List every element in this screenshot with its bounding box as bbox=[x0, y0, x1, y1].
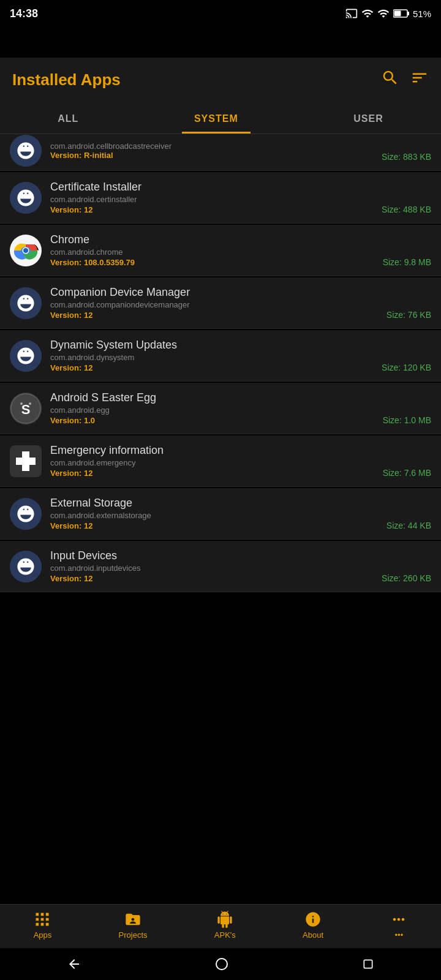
search-button[interactable] bbox=[381, 69, 399, 91]
app-version-companion-device-manager: Version: 12 bbox=[50, 311, 386, 320]
nav-label-apps: Apps bbox=[34, 930, 52, 940]
svg-rect-19 bbox=[16, 458, 36, 465]
list-item-input-devices[interactable]: Input Devices com.android.inputdevices V… bbox=[0, 541, 441, 592]
top-spacer bbox=[0, 27, 441, 58]
home-button[interactable] bbox=[214, 957, 229, 971]
nav-item-projects[interactable]: Projects bbox=[119, 911, 148, 940]
app-size-external-storage: Size: 44 KB bbox=[386, 521, 431, 530]
signal-icon-2 bbox=[377, 7, 390, 20]
app-name-companion-device-manager: Companion Device Manager bbox=[50, 286, 386, 299]
app-icon-emergency-information bbox=[10, 445, 42, 477]
app-size-emergency-information: Size: 7.6 MB bbox=[383, 468, 431, 478]
svg-text:S: S bbox=[21, 402, 31, 417]
app-size-input-devices: Size: 260 KB bbox=[382, 573, 431, 583]
app-package-chrome: com.android.chrome bbox=[50, 247, 383, 257]
nav-label-apks: APK's bbox=[214, 930, 236, 940]
header-icons bbox=[381, 69, 429, 91]
nav-item-apks[interactable]: APK's bbox=[214, 911, 236, 940]
list-item-certificate-installer[interactable]: Certificate Installer com.android.certin… bbox=[0, 172, 441, 224]
list-item-easter-egg[interactable]: S Android S Easter Egg com.android.egg V… bbox=[0, 383, 441, 434]
app-list-content: com.android.cellbroadcastreceiver Versio… bbox=[0, 134, 441, 667]
nav-item-more[interactable]: ••• bbox=[390, 911, 407, 940]
app-size-easter-egg: Size: 1.0 MB bbox=[383, 415, 431, 425]
app-package-external-storage: com.android.externalstorage bbox=[50, 511, 386, 520]
app-icon-dynamic-system-updates bbox=[10, 340, 42, 372]
app-package-companion-device-manager: com.android.companiondevicemanager bbox=[50, 300, 386, 309]
partial-version: Version: R-initial bbox=[50, 151, 382, 160]
app-icon-companion-device-manager bbox=[10, 287, 42, 319]
battery-icon bbox=[393, 9, 409, 18]
app-info-external-storage: External Storage com.android.externalsto… bbox=[50, 497, 386, 530]
app-package-emergency-information: com.android.emergency bbox=[50, 458, 383, 467]
app-icon-chrome bbox=[10, 235, 42, 266]
header: Installed Apps bbox=[0, 58, 441, 102]
list-item-dynamic-system-updates[interactable]: Dynamic System Updates com.android.dynsy… bbox=[0, 330, 441, 382]
status-bar: 14:38 51% bbox=[0, 0, 441, 27]
cast-icon bbox=[345, 7, 358, 20]
app-name-easter-egg: Android S Easter Egg bbox=[50, 391, 383, 404]
list-item-companion-device-manager[interactable]: Companion Device Manager com.android.com… bbox=[0, 277, 441, 329]
app-package-certificate-installer: com.android.certinstaller bbox=[50, 195, 382, 204]
app-icon-external-storage bbox=[10, 498, 42, 530]
app-icon-partial bbox=[10, 135, 42, 167]
tab-system[interactable]: SYSTEM bbox=[182, 108, 251, 134]
svg-point-22 bbox=[216, 959, 227, 970]
app-name-external-storage: External Storage bbox=[50, 497, 386, 510]
app-name-chrome: Chrome bbox=[50, 233, 383, 246]
app-info-input-devices: Input Devices com.android.inputdevices V… bbox=[50, 549, 382, 583]
filter-button[interactable] bbox=[410, 69, 429, 91]
svg-rect-23 bbox=[364, 960, 372, 968]
app-size-dynamic-system-updates: Size: 120 KB bbox=[382, 363, 431, 372]
partial-app-info: com.android.cellbroadcastreceiver Versio… bbox=[50, 141, 382, 160]
list-item-partial[interactable]: com.android.cellbroadcastreceiver Versio… bbox=[0, 134, 441, 171]
svg-point-9 bbox=[23, 248, 28, 253]
tab-all[interactable]: ALL bbox=[45, 108, 91, 134]
app-icon-easter-egg: S bbox=[10, 393, 42, 424]
app-version-input-devices: Version: 12 bbox=[50, 574, 382, 583]
page-title: Installed Apps bbox=[12, 70, 121, 89]
status-icons: 51% bbox=[345, 7, 431, 20]
tabs-bar: ALL SYSTEM USER bbox=[0, 102, 441, 134]
folder-person-icon bbox=[124, 911, 141, 928]
android-icon bbox=[216, 911, 233, 928]
bottom-nav: Apps Projects APK's About ••• bbox=[0, 904, 441, 948]
dots-icon bbox=[390, 911, 407, 928]
app-size-chrome: Size: 9.8 MB bbox=[383, 257, 431, 267]
system-nav bbox=[0, 948, 441, 980]
app-name-input-devices: Input Devices bbox=[50, 549, 382, 562]
signal-icon bbox=[361, 7, 374, 20]
svg-rect-2 bbox=[394, 11, 401, 17]
battery-percent: 51% bbox=[413, 9, 431, 19]
tab-user[interactable]: USER bbox=[341, 108, 395, 134]
app-version-certificate-installer: Version: 12 bbox=[50, 205, 382, 214]
app-version-dynamic-system-updates: Version: 12 bbox=[50, 363, 382, 372]
app-version-easter-egg: Version: 1.0 bbox=[50, 416, 383, 425]
app-package-dynamic-system-updates: com.android.dynsystem bbox=[50, 353, 382, 362]
nav-label-more: ••• bbox=[395, 930, 404, 940]
nav-item-apps[interactable]: Apps bbox=[34, 911, 52, 940]
app-info-dynamic-system-updates: Dynamic System Updates com.android.dynsy… bbox=[50, 339, 382, 372]
nav-label-projects: Projects bbox=[119, 930, 148, 940]
nav-item-about[interactable]: About bbox=[303, 911, 323, 940]
app-info-chrome: Chrome com.android.chrome Version: 108.0… bbox=[50, 233, 383, 267]
app-info-companion-device-manager: Companion Device Manager com.android.com… bbox=[50, 286, 386, 320]
list-item-emergency-information[interactable]: Emergency information com.android.emerge… bbox=[0, 435, 441, 487]
app-size-certificate-installer: Size: 488 KB bbox=[382, 205, 431, 214]
app-version-emergency-information: Version: 12 bbox=[50, 469, 383, 478]
grid-icon bbox=[34, 911, 51, 928]
app-package-easter-egg: com.android.egg bbox=[50, 405, 383, 415]
list-item-chrome[interactable]: Chrome com.android.chrome Version: 108.0… bbox=[0, 225, 441, 276]
info-icon bbox=[304, 911, 322, 928]
app-name-emergency-information: Emergency information bbox=[50, 444, 383, 457]
nav-label-about: About bbox=[303, 930, 323, 940]
app-info-emergency-information: Emergency information com.android.emerge… bbox=[50, 444, 383, 478]
app-package-input-devices: com.android.inputdevices bbox=[50, 564, 382, 573]
back-button[interactable] bbox=[67, 957, 81, 971]
app-version-chrome: Version: 108.0.5359.79 bbox=[50, 258, 383, 267]
svg-rect-1 bbox=[407, 12, 409, 15]
list-item-external-storage[interactable]: External Storage com.android.externalsto… bbox=[0, 488, 441, 540]
app-icon-certificate-installer bbox=[10, 182, 42, 214]
partial-package: com.android.cellbroadcastreceiver bbox=[50, 141, 382, 151]
svg-point-16 bbox=[29, 402, 31, 405]
recents-button[interactable] bbox=[362, 958, 374, 970]
